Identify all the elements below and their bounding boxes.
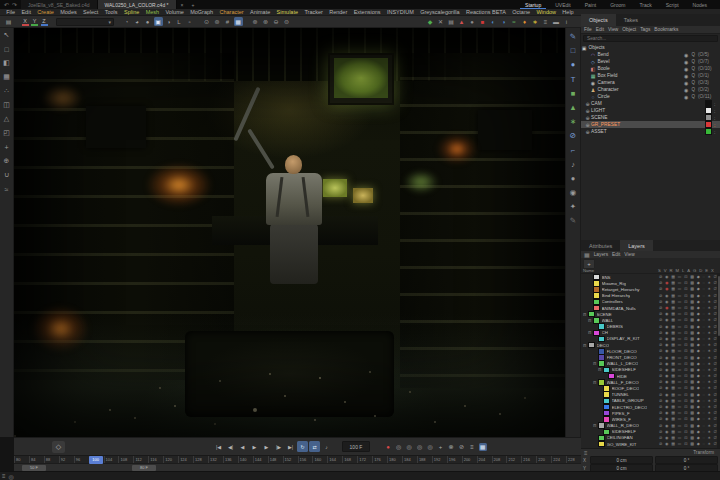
burst-icon[interactable]: ∗: [531, 17, 540, 26]
layer-color-swatch[interactable]: [705, 128, 712, 135]
toggle-d[interactable]: ◌: [702, 436, 704, 440]
toggle-r[interactable]: ▦: [671, 424, 675, 428]
toggle-a[interactable]: ▩: [690, 405, 694, 409]
toggle-r[interactable]: ▦: [671, 386, 675, 390]
key-filter-icon[interactable]: ◑: [164, 17, 173, 26]
toggle-d[interactable]: ◌: [702, 349, 704, 353]
object-row-light[interactable]: ⊕LIGHT∶: [581, 107, 720, 114]
om-menu-object[interactable]: Object: [622, 27, 636, 32]
axis-lock-x[interactable]: X: [21, 17, 29, 26]
toggle-l[interactable]: ⊡: [684, 362, 687, 366]
camera-object-icon[interactable]: ◉: [568, 187, 579, 198]
toggle-l[interactable]: ⊡: [684, 356, 687, 360]
menu-greyscalegorilla[interactable]: Greyscalegorilla: [417, 9, 463, 15]
toggle-g[interactable]: ◆: [697, 300, 700, 304]
toggle-s[interactable]: ⊘: [659, 287, 662, 291]
layout-tab-nodes[interactable]: Nodes: [686, 0, 714, 9]
toggle-s[interactable]: ⊘: [659, 436, 662, 440]
toggle-l[interactable]: ⊡: [684, 374, 687, 378]
sphere-icon[interactable]: ●: [468, 17, 477, 26]
toggle-v[interactable]: ◉: [665, 349, 669, 353]
toggle-r[interactable]: ▦: [671, 380, 675, 384]
toggle-m[interactable]: ≔: [678, 287, 682, 291]
tree-item-circle[interactable]: ○Circle◉Q(O/11): [581, 93, 720, 100]
eye-icon[interactable]: ◉: [684, 94, 688, 100]
toggle-l[interactable]: ⊡: [684, 399, 687, 403]
toggle-g[interactable]: ◆: [697, 393, 700, 397]
toggle-v[interactable]: ◉: [665, 386, 669, 390]
toggle-r[interactable]: ▦: [671, 374, 675, 378]
toggle-l[interactable]: ⊡: [684, 405, 687, 409]
position-field[interactable]: 0 cm: [590, 456, 653, 464]
toggle-r[interactable]: ▦: [671, 411, 675, 415]
menu-file[interactable]: File: [3, 9, 18, 15]
record-scale-button[interactable]: ◎: [405, 443, 413, 451]
new-tab-icon[interactable]: +: [187, 0, 198, 9]
rotation-field[interactable]: 0 °: [655, 456, 718, 464]
toggle-m[interactable]: ≔: [678, 417, 682, 421]
toggle-v[interactable]: ◉: [665, 417, 669, 421]
info-icon[interactable]: i: [562, 17, 571, 26]
toggle-s[interactable]: ⊘: [659, 356, 662, 360]
toggle-g[interactable]: ◆: [697, 306, 700, 310]
sound-icon[interactable]: ♪: [568, 159, 579, 170]
toggle-e[interactable]: ∗: [708, 312, 711, 316]
toggle-r[interactable]: ▦: [671, 287, 675, 291]
toggle-r[interactable]: ▦: [671, 442, 675, 446]
toggle-r[interactable]: ▦: [671, 368, 675, 372]
visibility-dots[interactable]: ∶: [714, 115, 720, 121]
select-arrow-icon[interactable]: ↖: [2, 30, 12, 40]
toggle-m[interactable]: ≔: [678, 362, 682, 366]
toggle-s[interactable]: ⊘: [659, 281, 662, 285]
toggle-g[interactable]: ◆: [697, 386, 700, 390]
toggle-s[interactable]: ⊘: [659, 386, 662, 390]
toggle-s[interactable]: ⊘: [659, 393, 662, 397]
snap-edge-icon[interactable]: ⊛: [261, 17, 270, 26]
ik-joint-icon[interactable]: ⊙: [202, 17, 211, 26]
toggle-d[interactable]: ◌: [702, 368, 704, 372]
toggle-a[interactable]: ▩: [690, 349, 694, 353]
toggle-d[interactable]: ◌: [702, 393, 704, 397]
timeline-marker-track[interactable]: 50 F80 F: [14, 463, 581, 471]
toggle-v[interactable]: ◉: [665, 436, 669, 440]
toggle-g[interactable]: ◆: [697, 349, 700, 353]
menu-tools[interactable]: Tools: [102, 9, 121, 15]
record-list-button[interactable]: ≡: [468, 443, 476, 451]
toggle-e[interactable]: ∗: [708, 386, 711, 390]
toggle-m[interactable]: ≔: [678, 331, 682, 335]
layer-row-go-wire-kit[interactable]: GO_WIRE_KIT⊘◉▦≔⊡▩◆◌∗∅: [581, 441, 720, 447]
toggle-a[interactable]: ▩: [690, 393, 694, 397]
toggle-l[interactable]: ⊡: [684, 318, 687, 322]
tweak-mode-icon[interactable]: ◰: [2, 128, 12, 138]
octane-gem-icon[interactable]: ◆: [426, 17, 435, 26]
layout-tab-track[interactable]: Track: [632, 0, 658, 9]
toggle-d[interactable]: ◌: [702, 300, 704, 304]
toggle-s[interactable]: ⊘: [659, 411, 662, 415]
toggle-r[interactable]: ▦: [671, 356, 675, 360]
spline-pen-icon[interactable]: ✎: [568, 31, 579, 42]
toggle-a[interactable]: ▩: [690, 424, 694, 428]
toggle-v[interactable]: ◉: [665, 393, 669, 397]
toggle-e[interactable]: ∗: [708, 393, 711, 397]
goto-end-button[interactable]: ▶|: [285, 441, 296, 452]
toggle-v[interactable]: ◉: [665, 356, 669, 360]
toggle-g[interactable]: ◆: [697, 356, 700, 360]
toggle-d[interactable]: ◌: [702, 312, 704, 316]
layout-tab-startup[interactable]: Startup: [518, 0, 548, 9]
tree-item-camera[interactable]: ◉Camera◉Q(O/3): [581, 79, 720, 86]
toggle-v[interactable]: ◉: [665, 362, 669, 366]
toggle-v[interactable]: ◉: [665, 294, 669, 298]
toggle-r[interactable]: ▦: [671, 436, 675, 440]
snap-axis-icon[interactable]: ⊖: [272, 17, 281, 26]
layout-tab-uvedit[interactable]: UVEdit: [548, 0, 578, 9]
toggle-a[interactable]: ▩: [690, 300, 694, 304]
next-key-button[interactable]: |▶: [273, 441, 284, 452]
object-row-gr-preset[interactable]: ⊕GR_PRESET∶: [581, 121, 720, 128]
toggle-m[interactable]: ≔: [678, 405, 682, 409]
toggle-l[interactable]: ⊡: [684, 300, 687, 304]
toggle-g[interactable]: ◆: [697, 368, 700, 372]
search-input[interactable]: Search...: [583, 35, 718, 42]
audio-toggle[interactable]: ♪: [321, 441, 332, 452]
current-frame-field[interactable]: 100 F: [342, 441, 370, 452]
toggle-v[interactable]: ◉: [665, 368, 669, 372]
